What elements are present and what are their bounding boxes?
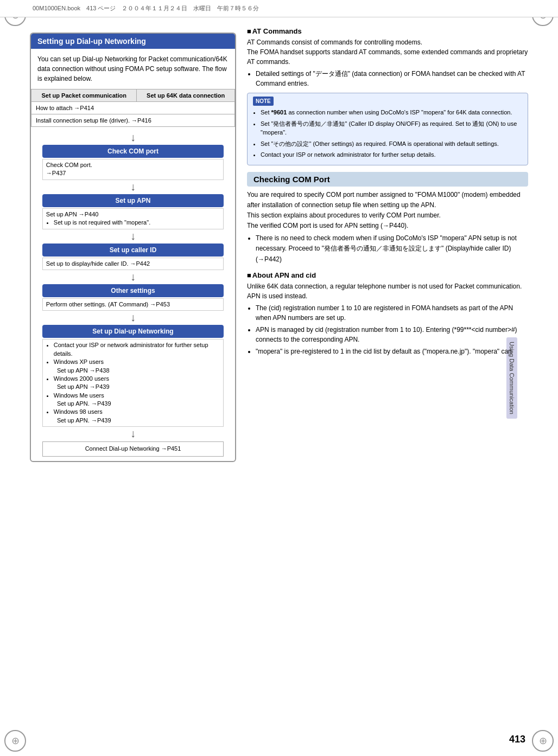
step5-bullet-4: Windows 98 users Set up APN. →P439 xyxy=(54,408,220,425)
step3-group: Set up caller ID Set up to display/hide … xyxy=(37,242,229,270)
step5-detail: Contact your ISP or network administrato… xyxy=(42,339,224,427)
step2-bullet1: Set up is not required with "mopera". xyxy=(54,219,220,227)
corner-decoration-br xyxy=(532,730,554,752)
apn-bullet-0: The (cid) registration number 1 to 10 ar… xyxy=(256,303,528,323)
main-content: Setting up Dial-up Networking You can se… xyxy=(30,22,528,734)
flow-container: ↓ Check COM port Check COM port. →P437 ↓… xyxy=(31,127,235,461)
setup-box-title: Setting up Dial-up Networking xyxy=(31,34,235,49)
step1-line2: →P437 xyxy=(46,170,66,176)
step1-detail: Check COM port. →P437 xyxy=(42,159,224,180)
step2-bullets: Set up is not required with "mopera". xyxy=(46,219,220,227)
apn-bullet-1: APN is managed by cid (registration numb… xyxy=(256,325,528,344)
checking-com-port-title: Checking COM Port xyxy=(247,172,528,187)
step5-group: Set up Dial-up Networking Contact your I… xyxy=(37,324,229,427)
table-header-packet: Set up Packet communication xyxy=(31,89,137,102)
arrow-3: ↓ xyxy=(130,271,136,282)
page-number: 413 xyxy=(509,734,525,745)
step5-label: Set up Dial-up Networking xyxy=(42,325,224,338)
note-bullet-2: Set "その他の設定" (Other settings) as require… xyxy=(261,139,522,149)
step5-bullets: Contact your ISP or network administrato… xyxy=(46,341,220,425)
at-commands-body: AT Commands consist of commands for cont… xyxy=(247,37,528,88)
setup-intro: You can set up Dial-up Networking for Pa… xyxy=(31,49,235,89)
step5-bullet-1: Windows XP users Set up APN →P438 xyxy=(54,358,220,375)
note-bullet-1: Set "発信者番号の通知／非通知" (Caller ID display ON… xyxy=(261,119,522,137)
step4-detail: Perform other settings. (AT Command) →P4… xyxy=(42,298,224,311)
at-body-2: The FOMA handset supports standard AT co… xyxy=(247,47,528,67)
apn-body: Unlike 64K data connection, a regular te… xyxy=(247,281,528,356)
connect-box: Connect Dial-up Networking →P451 xyxy=(42,441,224,456)
table-row-install: Install connection setup file (driver). … xyxy=(31,114,235,127)
step1-label: Check COM port xyxy=(42,145,224,158)
top-bar-text: 00M1000EN.book 413 ページ ２００４年１１月２４日 水曜日 午… xyxy=(33,4,259,12)
top-bar: 00M1000EN.book 413 ページ ２００４年１１月２４日 水曜日 午… xyxy=(0,0,558,17)
step1-group: Check COM port Check COM port. →P437 xyxy=(37,144,229,180)
step1-line1: Check COM port. xyxy=(46,162,92,168)
note-bullet-0: Set *9601 as connection number when usin… xyxy=(261,108,522,117)
note-bullets: Set *9601 as connection number when usin… xyxy=(253,108,522,159)
setup-table: Set up Packet communication Set up 64K d… xyxy=(31,89,235,127)
step3-detail: Set up to display/hide caller ID. →P442 xyxy=(42,258,224,270)
corner-decoration-bl xyxy=(4,730,26,752)
note-bullet-3: Contact your ISP or network administrato… xyxy=(261,150,522,159)
step5-bullet-0: Contact your ISP or network administrato… xyxy=(54,341,220,358)
arrow-0: ↓ xyxy=(130,132,136,143)
note-box: NOTE Set *9601 as connection number when… xyxy=(247,93,528,165)
note-label: NOTE xyxy=(253,97,274,106)
step2-label: Set up APN xyxy=(42,194,224,207)
table-row-attach: How to attach →P414 xyxy=(31,102,235,114)
checking-body-1: You are required to specify COM port num… xyxy=(247,190,528,210)
table-header-64k: Set up 64K data connection xyxy=(137,89,235,102)
step2-detail: Set up APN →P440 Set up is not required … xyxy=(42,208,224,229)
left-column: Setting up Dial-up Networking You can se… xyxy=(30,22,236,734)
checking-bullets: There is no need to check modem when if … xyxy=(247,233,528,265)
apn-title: About APN and cid xyxy=(247,271,528,279)
apn-bullets: The (cid) registration number 1 to 10 ar… xyxy=(247,303,528,356)
setup-box: Setting up Dial-up Networking You can se… xyxy=(30,33,236,462)
checking-body-3: The verified COM port is used for APN se… xyxy=(247,221,528,231)
at-body-1: AT Commands consist of commands for cont… xyxy=(247,37,528,47)
checking-bullet-1: There is no need to check modem when if … xyxy=(256,233,528,265)
step2-group: Set up APN Set up APN →P440 Set up is no… xyxy=(37,193,229,229)
at-commands-title: AT Commands xyxy=(247,27,528,35)
arrow-4: ↓ xyxy=(130,312,136,323)
arrow-1: ↓ xyxy=(130,181,136,192)
right-column: AT Commands AT Commands consist of comma… xyxy=(247,22,528,734)
step5-bullet-2: Windows 2000 users Set up APN →P439 xyxy=(54,375,220,392)
step4-group: Other settings Perform other settings. (… xyxy=(37,283,229,311)
step5-bullet-3: Windows Me users Set up APN. →P439 xyxy=(54,392,220,408)
checking-body-2: This section explains about procedures t… xyxy=(247,210,528,221)
at-body-bullets: Detailed settings of "データ通信" (data conne… xyxy=(247,69,528,88)
arrow-2: ↓ xyxy=(130,230,136,241)
apn-bullet-2: "mopera" is pre-registered to 1 in the c… xyxy=(256,347,528,356)
apn-body-1: Unlike 64K data connection, a regular te… xyxy=(247,281,528,301)
at-bullet-1: Detailed settings of "データ通信" (data conne… xyxy=(256,69,528,88)
arrow-5: ↓ xyxy=(130,428,136,439)
step4-label: Other settings xyxy=(42,284,224,297)
checking-body: You are required to specify COM port num… xyxy=(247,190,528,265)
step3-label: Set up caller ID xyxy=(42,244,224,257)
step2-line1: Set up APN →P440 xyxy=(46,210,220,219)
